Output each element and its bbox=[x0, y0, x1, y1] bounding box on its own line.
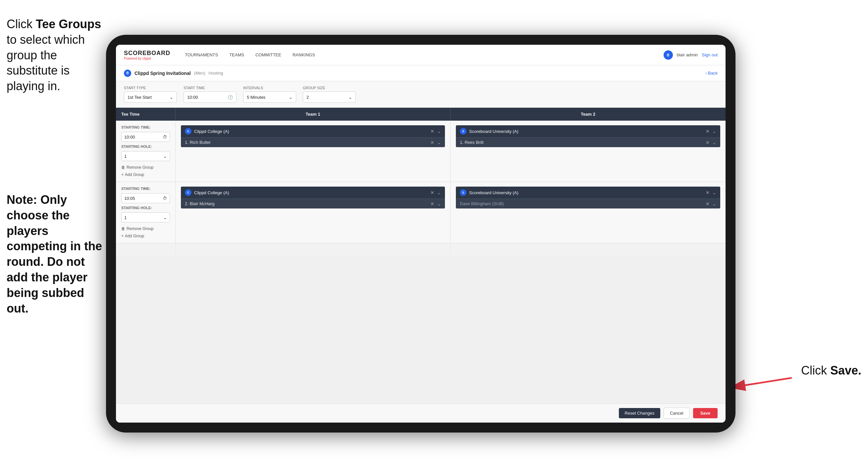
group1-team1-player1-expand[interactable]: ⌄ bbox=[437, 140, 441, 145]
bottom-toolbar: Reset Changes Cancel Save bbox=[116, 403, 725, 422]
group2-team1-player1-name: 2. Blair McHarg bbox=[185, 201, 428, 206]
sign-out-link[interactable]: Sign out bbox=[702, 52, 718, 57]
group2-team2-expand-icon[interactable]: ⌄ bbox=[712, 190, 716, 195]
group2-team1-player1-expand[interactable]: ⌄ bbox=[437, 202, 441, 206]
group1-hole-input[interactable]: 1 ⌄ bbox=[121, 151, 170, 161]
group1-team1-player1-remove[interactable]: ✕ bbox=[430, 140, 434, 145]
team2-header: Team 2 bbox=[451, 108, 725, 121]
nav-rankings[interactable]: RANKINGS bbox=[288, 50, 320, 59]
group2-team1-remove-icon[interactable]: ✕ bbox=[430, 190, 434, 195]
group1-team2-expand-icon[interactable]: ⌄ bbox=[712, 129, 716, 134]
intervals-input[interactable]: 5 Minutes ⌄ bbox=[243, 91, 296, 103]
group2-team1-header: C Clippd College (A) ✕ ⌄ bbox=[181, 186, 445, 199]
group2-starting-hole-label: STARTING HOLE: bbox=[121, 206, 170, 210]
group1-team1-card: C Clippd College (A) ✕ ⌄ 1. Rich Butler … bbox=[181, 125, 445, 147]
group1-team2-header: S Scoreboard University (A) ✕ ⌄ bbox=[456, 125, 720, 137]
group1-team1-avatar: C bbox=[185, 128, 191, 135]
group1-team1: C Clippd College (A) ✕ ⌄ 1. Rich Butler … bbox=[176, 121, 451, 182]
nav-tournaments[interactable]: TOURNAMENTS bbox=[180, 50, 223, 59]
group1-starting-time-label: STARTING TIME: bbox=[121, 125, 170, 129]
note-bold-prefix: Note: Only choose the players competing … bbox=[7, 193, 102, 315]
group1-team1-actions: ✕ ⌄ bbox=[430, 129, 441, 134]
logo-subtitle: Powered by clippd bbox=[124, 57, 170, 60]
nav-committee[interactable]: COMMITTEE bbox=[251, 50, 286, 59]
intervals-label: Intervals bbox=[243, 86, 296, 90]
reset-changes-button[interactable]: Reset Changes bbox=[619, 408, 661, 418]
add-group1-button[interactable]: + Add Group bbox=[121, 172, 170, 177]
group1-left: STARTING TIME: 10:00 ⏱ STARTING HOLE: 1 … bbox=[116, 121, 176, 182]
click-save-block: Click Save. bbox=[801, 363, 861, 378]
group2-team2-header: S Scoreboard University (A) ✕ ⌄ bbox=[456, 186, 720, 199]
remove-group1-button[interactable]: 🗑 Remove Group bbox=[121, 165, 170, 170]
table-row: STARTING TIME: 10:05 ⏱ STARTING HOLE: 1 … bbox=[116, 182, 725, 243]
group2-team1-avatar: C bbox=[185, 189, 191, 196]
instruction-text-line1: Click bbox=[7, 17, 36, 31]
group2-team2-card: S Scoreboard University (A) ✕ ⌄ Dave Bil… bbox=[456, 186, 720, 208]
group2-team2-player1-expand[interactable]: ⌄ bbox=[712, 202, 716, 206]
group2-team2-avatar: S bbox=[460, 189, 466, 196]
group2-team1-player1-remove[interactable]: ✕ bbox=[430, 202, 434, 206]
group1-team2-player1-name: 1. Rees Britt bbox=[460, 140, 703, 145]
click-save-bold: Save. bbox=[830, 363, 861, 377]
remove-group2-button[interactable]: 🗑 Remove Group bbox=[121, 226, 170, 231]
group2-left: STARTING TIME: 10:05 ⏱ STARTING HOLE: 1 … bbox=[116, 182, 176, 243]
team1-header: Team 1 bbox=[176, 108, 451, 121]
group1-team1-player1-name: 1. Rich Butler bbox=[185, 140, 428, 145]
nav-user: B blair admin Sign out bbox=[663, 50, 718, 60]
group-size-group: Group Size 2 ⌄ bbox=[303, 86, 356, 103]
table-header: Tee Time Team 1 Team 2 bbox=[116, 108, 725, 121]
instruction-tee-groups-bold: Tee Groups bbox=[36, 17, 101, 31]
group1-team2: S Scoreboard University (A) ✕ ⌄ 1. Rees … bbox=[451, 121, 725, 182]
avatar: B bbox=[663, 50, 673, 60]
logo-title: SCOREBOARD bbox=[124, 50, 170, 57]
group1-team2-card: S Scoreboard University (A) ✕ ⌄ 1. Rees … bbox=[456, 125, 720, 147]
add-group2-button[interactable]: + Add Group bbox=[121, 234, 170, 238]
group2-team1-actions: ✕ ⌄ bbox=[430, 190, 441, 195]
group1-team2-actions: ✕ ⌄ bbox=[706, 129, 716, 134]
start-type-input[interactable]: 1st Tee Start ⌄ bbox=[124, 91, 177, 103]
group2-team1: C Clippd College (A) ✕ ⌄ 2. Blair McHarg… bbox=[176, 182, 451, 243]
start-time-group: Start Time 10:00 🕐 bbox=[184, 86, 237, 103]
group1-team1-name: Clippd College (A) bbox=[194, 129, 428, 134]
group1-starting-hole-label: STARTING HOLE: bbox=[121, 145, 170, 148]
sub-header-left: B Clippd Spring Invitational (Men) Hosti… bbox=[124, 69, 705, 77]
group-size-input[interactable]: 2 ⌄ bbox=[303, 91, 356, 103]
list-item: 1. Rees Britt ✕ ⌄ bbox=[456, 137, 720, 147]
group2-team2-remove-icon[interactable]: ✕ bbox=[706, 190, 710, 195]
group2-team2: S Scoreboard University (A) ✕ ⌄ Dave Bil… bbox=[451, 182, 725, 243]
cancel-button[interactable]: Cancel bbox=[663, 408, 689, 418]
group2-team2-name: Scoreboard University (A) bbox=[469, 190, 703, 195]
group1-team2-player1-remove[interactable]: ✕ bbox=[706, 140, 710, 145]
group2-team1-card: C Clippd College (A) ✕ ⌄ 2. Blair McHarg… bbox=[181, 186, 445, 208]
nav-teams[interactable]: TEAMS bbox=[225, 50, 249, 59]
group-size-label: Group Size bbox=[303, 86, 356, 90]
group1-time-input[interactable]: 10:00 ⏱ bbox=[121, 132, 170, 142]
hosting-badge: Hosting bbox=[209, 70, 223, 76]
group1-team1-remove-icon[interactable]: ✕ bbox=[430, 129, 434, 134]
group1-team1-expand-icon[interactable]: ⌄ bbox=[437, 129, 441, 134]
event-type: (Men) bbox=[194, 70, 206, 76]
start-time-input[interactable]: 10:00 🕐 bbox=[184, 91, 237, 103]
intervals-group: Intervals 5 Minutes ⌄ bbox=[243, 86, 296, 103]
nav-logo: SCOREBOARD Powered by clippd bbox=[124, 50, 170, 60]
group2-hole-input[interactable]: 1 ⌄ bbox=[121, 212, 170, 223]
back-button[interactable]: ‹ Back bbox=[705, 70, 718, 76]
group2-team1-name: Clippd College (A) bbox=[194, 190, 428, 195]
group2-team1-expand-icon[interactable]: ⌄ bbox=[437, 190, 441, 195]
group2-time-input[interactable]: 10:05 ⏱ bbox=[121, 193, 170, 203]
form-row: Start Type 1st Tee Start ⌄ Start Time 10… bbox=[116, 81, 725, 108]
group2-team2-actions: ✕ ⌄ bbox=[706, 190, 716, 195]
main-content: STARTING TIME: 10:00 ⏱ STARTING HOLE: 1 … bbox=[116, 121, 725, 403]
list-item: Dave Billingham (SUB) ✕ ⌄ bbox=[456, 199, 720, 208]
list-item: 2. Blair McHarg ✕ ⌄ bbox=[181, 199, 445, 208]
svg-line-2 bbox=[729, 378, 792, 388]
group2-team2-player1-remove[interactable]: ✕ bbox=[706, 202, 710, 206]
user-label: blair admin bbox=[677, 52, 698, 57]
instruction-block: Click Tee Groups to select which group t… bbox=[0, 10, 109, 101]
save-button[interactable]: Save bbox=[693, 408, 718, 418]
group1-team2-avatar: S bbox=[460, 128, 466, 135]
group1-team2-player1-expand[interactable]: ⌄ bbox=[712, 140, 716, 145]
group1-team1-header: C Clippd College (A) ✕ ⌄ bbox=[181, 125, 445, 137]
instruction-text-line2: to select which group the substitute is … bbox=[7, 33, 85, 93]
group1-team2-remove-icon[interactable]: ✕ bbox=[706, 129, 710, 134]
